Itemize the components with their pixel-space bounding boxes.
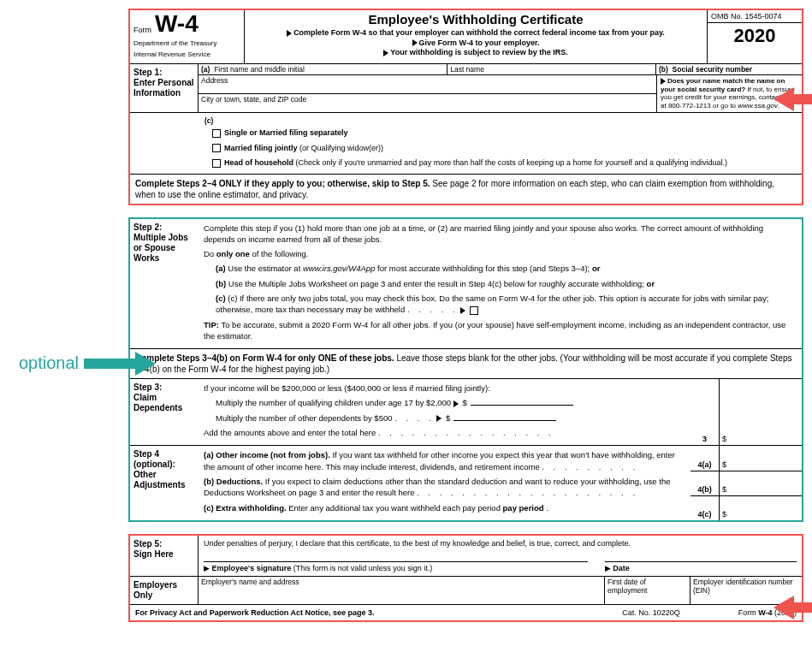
box-4c-value[interactable]: $ [720,496,802,520]
step1-sub: Enter Personal Information [133,78,194,98]
form-prefix: Form [133,12,151,34]
step2-sub: Multiple Jobs or Spouse Works [133,233,188,263]
city-field[interactable]: City or town, state, and ZIP code [199,94,656,112]
box-3-value[interactable]: $ [720,379,802,445]
box-4b-label: 4(b) [690,471,720,495]
section-step5: required Step 5: Sign Here Under penalti… [128,534,803,622]
subtitle-2: Give Form W-4 to your employer. [419,39,540,47]
subtitle-3: Your withholding is subject to review by… [390,48,567,56]
step2-a: (a) Use the estimator at www.irs.gov/W4A… [216,263,797,274]
other-dep-amount-input[interactable] [453,420,556,421]
step3-total: Add the amounts above and enter the tota… [204,427,685,438]
optional-arrow: optional [19,352,156,376]
form-number: W-4 [155,12,199,36]
step4-c: (c) Extra withholding. Enter any additio… [204,502,685,513]
step3-4-note: Complete Steps 3–4(b) on Form W-4 for on… [130,349,802,379]
step2-intro: Complete this step if you (1) hold more … [204,222,797,246]
step3-other-dep: Multiply the number of other dependents … [216,412,685,424]
step2-b: (b) Use the Multiple Jobs Worksheet on p… [216,278,797,289]
required-arrow-top: required [773,87,812,111]
address-field[interactable]: Address [199,75,656,94]
triangle-icon [412,39,418,46]
filing-c-label: (c) [204,116,213,125]
box-4b-value[interactable]: $ [720,471,802,495]
checkbox-icon[interactable] [212,129,221,138]
step3-intro: If your income will be $200,000 or less … [204,382,685,394]
last-name-field[interactable]: Last name [447,64,656,74]
step3-title: Step 3: [133,382,162,392]
form-header: Form W-4 Department of the Treasury Inte… [130,10,802,64]
form-footer: For Privacy Act and Paperwork Reduction … [130,605,802,620]
two-jobs-checkbox[interactable] [470,306,478,315]
step2-do: Do only one of the following. [204,248,797,259]
step1-title: Step 1: [133,68,162,77]
filing-single[interactable]: Single or Married filing separately [202,126,798,141]
box-4a-value[interactable]: $ [720,446,802,470]
first-date-field[interactable]: First date of employment [605,577,690,604]
checkbox-icon[interactable] [212,159,221,168]
form-title: Employee's Withholding Certificate [250,12,702,27]
box-4c-label: 4(c) [690,496,720,520]
employer-name-field[interactable]: Employer's name and address [199,577,605,604]
filing-married[interactable]: Married filing jointly (or Qualifying wi… [202,141,798,157]
step3-sub: Claim Dependents [133,393,182,412]
date-field[interactable]: ▶ Date [605,561,797,572]
subtitle-1: Complete Form W-4 so that your employer … [293,28,665,37]
box-3-label: 3 [690,379,720,445]
form-year: 2020 [708,23,802,47]
filing-head[interactable]: Head of household (Check only if you're … [202,156,798,171]
step4-b: (b) Deductions. If you expect to claim d… [204,476,685,499]
first-name-field[interactable]: (a) First name and middle initial [199,64,447,74]
step4-sub: Other Adjustments [133,470,186,489]
section-step1: required Form W-4 Department of the Trea… [128,9,803,205]
step5-sub: Sign Here [133,549,174,559]
step5-title: Step 5: [133,539,162,548]
ssn-field[interactable]: (b) Social security number [656,64,802,74]
required-arrow-bottom: required [773,596,812,620]
step4-a: (a) Other income (not from jobs). If you… [204,449,685,472]
omb-number: OMB No. 1545-0074 [708,10,802,23]
step1-complete-note: Complete Steps 2–4 ONLY if they apply to… [130,175,802,204]
box-4a-label: 4(a) [690,446,720,470]
triangle-icon [287,30,292,37]
employers-only-title: Employers Only [133,580,177,600]
triangle-icon [383,50,388,56]
step4-title: Step 4 (optional): [133,449,175,469]
signature-field[interactable]: ▶ Employee's signature (This form is not… [204,561,588,572]
step2-tip: TIP: To be accurate, submit a 2020 Form … [204,319,797,342]
checkbox-icon[interactable] [212,144,221,152]
section-steps-2-4: optional Step 2: Multiple Jobs or Spouse… [128,217,803,522]
dept-line2: Internal Revenue Service [133,50,240,62]
children-amount-input[interactable] [471,405,573,406]
dept-line1: Department of the Treasury [133,36,240,50]
step2-title: Step 2: [133,222,162,232]
step3-children: Multiply the number of qualifying childr… [216,397,685,408]
step2-c: (c) (c) If there are only two jobs total… [216,293,797,316]
perjury-declaration: Under penalties of perjury, I declare th… [204,539,797,548]
